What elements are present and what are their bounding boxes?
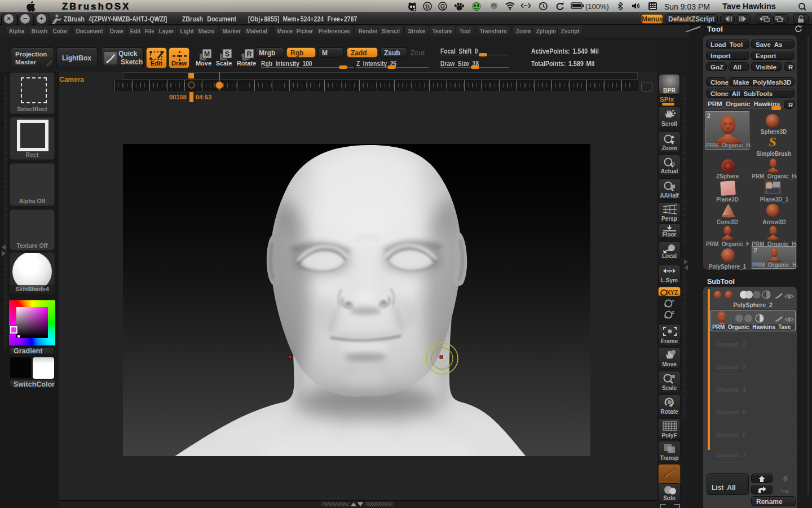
svg-text:x1: x1 [670, 161, 676, 167]
svg-text:D: D [425, 3, 430, 10]
svg-text:M: M [204, 50, 210, 58]
svg-text:S: S [225, 50, 230, 58]
svg-text:R: R [246, 50, 251, 58]
svg-text:Y: Y [672, 299, 675, 304]
svg-text:Q: Q [440, 3, 445, 10]
svg-text:S: S [769, 134, 776, 149]
svg-text:Z: Z [672, 310, 674, 315]
